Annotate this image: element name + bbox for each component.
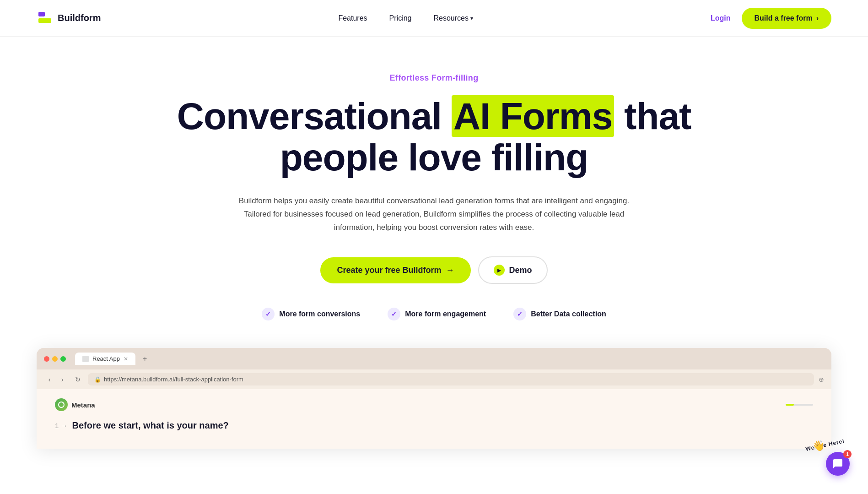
tab-close-icon[interactable]: ✕: [124, 356, 128, 362]
tab-title: React App: [92, 355, 120, 362]
play-icon: ▶: [494, 265, 505, 276]
check-icon: ✓: [388, 308, 400, 320]
bookmark-icon[interactable]: ⊕: [819, 376, 824, 383]
progress-bar-container: [786, 404, 813, 406]
login-button[interactable]: Login: [711, 14, 731, 22]
arrow-icon: →: [446, 266, 454, 275]
hero-subtitle: Buildform helps you easily create beauti…: [237, 195, 631, 234]
create-buildform-button[interactable]: Create your free Buildform →: [320, 257, 470, 283]
nav-actions: Login Build a free form ›: [711, 8, 831, 29]
nav-links: Features Pricing Resources ▾: [338, 14, 473, 22]
chat-icon: [832, 458, 843, 469]
demo-button[interactable]: ▶ Demo: [478, 256, 548, 284]
build-free-form-button[interactable]: Build a free form ›: [742, 8, 831, 29]
svg-rect-1: [38, 18, 51, 23]
close-dot[interactable]: [44, 356, 49, 362]
features-row: ✓ More form conversions ✓ More form enga…: [92, 308, 776, 320]
chat-widget: We Are Here! 👋 1: [826, 452, 850, 476]
form-question: 1 → Before we start, what is your name?: [55, 420, 813, 431]
url-bar[interactable]: 🔒 https://metana.buildform.ai/full-stack…: [88, 373, 814, 385]
hero-eyebrow: Effortless Form-filling: [92, 73, 776, 83]
feature-data-collection: ✓ Better Data collection: [513, 308, 606, 320]
browser-tab[interactable]: React App ✕: [75, 353, 135, 365]
question-number: 1 →: [55, 422, 68, 429]
logo-icon: [37, 10, 53, 27]
tab-favicon-icon: [82, 356, 89, 362]
minimize-dot[interactable]: [52, 356, 58, 362]
window-dots: [44, 356, 66, 362]
new-tab-icon[interactable]: +: [143, 355, 147, 363]
form-header: Metana: [55, 398, 813, 411]
browser-back-forward: ‹ ›: [44, 374, 68, 385]
chat-open-button[interactable]: 1: [826, 452, 850, 476]
lock-icon: 🔒: [94, 376, 101, 383]
progress-bar-fill: [786, 404, 794, 406]
nav-features[interactable]: Features: [338, 14, 367, 22]
check-icon: ✓: [513, 308, 526, 320]
back-icon[interactable]: ‹: [44, 374, 55, 385]
browser-titlebar: React App ✕ +: [37, 348, 831, 369]
chat-badge: 1: [843, 450, 852, 458]
forward-icon[interactable]: ›: [57, 374, 68, 385]
navbar: Buildform Features Pricing Resources ▾ L…: [0, 0, 868, 37]
hero-title: Conversational AI Forms that people love…: [92, 96, 776, 178]
svg-rect-0: [38, 12, 45, 16]
browser-mockup: React App ✕ + ‹ › ↻ 🔒 https://metana.bui…: [37, 348, 831, 449]
maximize-dot[interactable]: [60, 356, 66, 362]
check-icon: ✓: [262, 308, 275, 320]
logo-text: Buildform: [58, 13, 101, 23]
nav-resources[interactable]: Resources ▾: [433, 14, 473, 22]
reload-icon[interactable]: ↻: [72, 374, 83, 385]
hero-section: Effortless Form-filling Conversational A…: [0, 37, 868, 320]
browser-address-bar: ‹ › ↻ 🔒 https://metana.buildform.ai/full…: [37, 369, 831, 389]
metana-brand-name: Metana: [71, 401, 95, 409]
question-text: Before we start, what is your name?: [72, 420, 229, 431]
nav-pricing[interactable]: Pricing: [389, 14, 412, 22]
chevron-down-icon: ▾: [470, 15, 473, 22]
wave-emoji: 👋: [812, 440, 825, 452]
browser-content: Metana 1 → Before we start, what is your…: [37, 389, 831, 449]
feature-conversions: ✓ More form conversions: [262, 308, 360, 320]
feature-engagement: ✓ More form engagement: [388, 308, 486, 320]
hero-buttons: Create your free Buildform → ▶ Demo: [92, 256, 776, 284]
metana-logo-icon: [55, 398, 68, 411]
logo[interactable]: Buildform: [37, 10, 101, 27]
arrow-icon: ›: [816, 14, 819, 22]
url-text: https://metana.buildform.ai/full-stack-a…: [104, 376, 243, 383]
